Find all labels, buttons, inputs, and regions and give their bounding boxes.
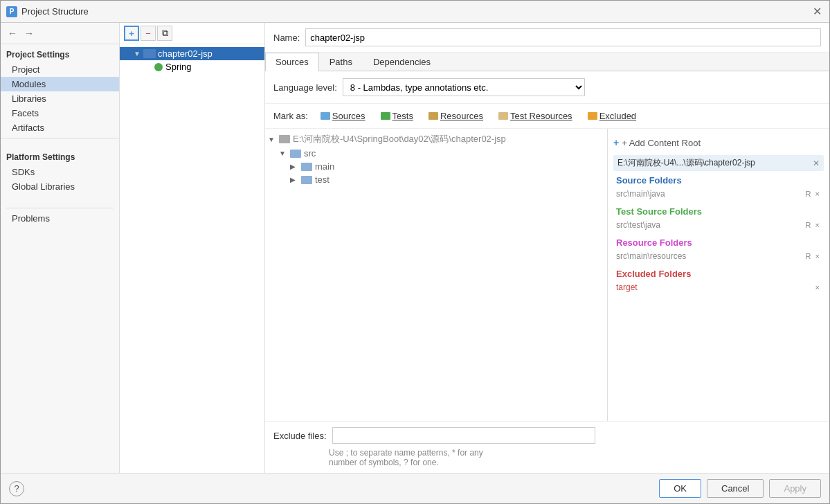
app-icon: P [6,6,17,17]
content-root-title: E:\河南院校-U4\...\源码\chapter02-jsp [617,157,755,169]
cancel-button[interactable]: Cancel [707,479,764,498]
mark-sources-button[interactable]: Sources [315,109,371,123]
test-label: test [315,174,330,185]
tests-mark-icon [381,112,390,120]
excluded-folder-path: target [616,282,638,292]
content-root-close[interactable]: ✕ [813,159,820,168]
add-module-button[interactable]: + [124,26,139,41]
source-folder-r-btn[interactable]: R [804,190,813,198]
test-folder-icon [301,176,312,184]
resources-mark-icon [428,112,438,120]
tab-dependencies[interactable]: Dependencies [363,53,441,71]
forward-button[interactable]: → [21,26,37,41]
name-row: Name: [265,23,829,53]
file-tree-test[interactable]: ▶ test [265,173,607,186]
exclude-files-section: Exclude files: Use ; to separate name pa… [265,421,829,473]
sidebar-item-modules[interactable]: Modules [1,77,119,91]
sidebar: ← → Project Settings Project Modules Lib… [1,23,120,473]
right-info-panel: + + Add Content Root E:\河南院校-U4\...\源码\c… [608,129,829,421]
language-level-label: Language level: [273,82,337,93]
module-node-chapter02[interactable]: ▼ chapter02-jsp [120,47,264,60]
tab-sources[interactable]: Sources [265,53,319,71]
name-label: Name: [273,33,300,43]
close-button[interactable]: ✕ [810,5,824,19]
remove-module-button[interactable]: − [141,26,156,41]
platform-settings-section: Platform Settings SDKs Global Libraries [1,147,119,194]
footer-right: OK Cancel Apply [659,479,821,498]
sidebar-item-global-libraries[interactable]: Global Libraries [1,179,119,194]
resource-folder-actions: R × [804,252,821,260]
module-node-spring[interactable]: Spring [120,60,264,73]
tree-toolbar: + − ⧉ [120,23,264,44]
root-path-label: E:\河南院校-U4\SpringBoot\day02\源码\chapter02… [293,133,506,145]
help-button[interactable]: ? [9,481,24,496]
sidebar-item-facets[interactable]: Facets [1,106,119,120]
sidebar-item-problems[interactable]: Problems [6,211,114,226]
test-folder-x-btn[interactable]: × [814,221,821,229]
footer-left: ? [9,481,24,496]
exclude-hint-line1: Use ; to separate name patterns, * for a… [273,448,821,458]
excluded-mark-icon [588,112,597,120]
mark-tests-button[interactable]: Tests [375,109,419,123]
src-expand-arrow: ▼ [279,150,290,157]
main-content: ← → Project Settings Project Modules Lib… [1,23,829,473]
resource-folder-entry: src\main\resources R × [616,251,821,262]
divider2 [6,208,114,208]
mark-test-resources-button[interactable]: Test Resources [493,109,578,123]
main-label: main [315,161,334,172]
title-bar: P Project Structure ✕ [1,1,829,23]
test-folders-title: Test Source Folders [616,206,821,217]
copy-module-button[interactable]: ⧉ [157,26,172,41]
root-folder-icon [279,135,290,143]
name-input[interactable] [305,28,821,46]
add-content-root-button[interactable]: + + Add Content Root [613,134,824,151]
test-folder-path: src\test\java [616,220,660,230]
resource-folder-r-btn[interactable]: R [804,252,813,260]
file-tree-main[interactable]: ▶ main [265,160,607,173]
content-root-header: E:\河南院校-U4\...\源码\chapter02-jsp ✕ [613,155,824,171]
problems-section: Problems [1,199,119,231]
spring-label: Spring [165,62,192,72]
expand-arrow: ▼ [134,50,143,57]
language-level-row: Language level: 8 - Lambdas, type annota… [265,71,829,104]
main-expand-arrow: ▶ [290,163,301,170]
project-structure-window: P Project Structure ✕ ← → Project Settin… [0,0,830,504]
sidebar-item-libraries[interactable]: Libraries [1,91,119,106]
spring-icon [154,63,163,71]
ok-button[interactable]: OK [659,479,701,498]
test-resources-mark-icon [498,112,508,120]
sources-content: Language level: 8 - Lambdas, type annota… [265,71,829,473]
excluded-folder-x-btn[interactable]: × [814,283,821,291]
tab-paths[interactable]: Paths [319,53,363,71]
exclude-hint-line2: number of symbols, ? for one. [273,458,821,467]
sidebar-item-artifacts[interactable]: Artifacts [1,120,119,135]
source-folder-actions: R × [804,190,821,198]
main-folder-icon [301,163,312,171]
exclude-files-input[interactable] [332,427,595,444]
src-label: src [304,148,316,159]
file-tree-src[interactable]: ▼ src [265,147,607,160]
tabs-row: Sources Paths Dependencies [265,53,829,71]
test-expand-arrow: ▶ [290,176,301,183]
source-folder-x-btn[interactable]: × [814,190,821,198]
source-folders-title: Source Folders [616,175,821,186]
test-folder-r-btn[interactable]: R [804,221,813,229]
root-expand-arrow: ▼ [268,136,279,143]
split-area: ▼ E:\河南院校-U4\SpringBoot\day02\源码\chapter… [265,129,829,421]
mark-excluded-button[interactable]: Excluded [582,109,642,123]
sidebar-item-project[interactable]: Project [1,62,119,77]
leaf-spacer [145,63,154,71]
sources-mark-icon [321,112,330,120]
language-level-select[interactable]: 8 - Lambdas, type annotations etc. [343,78,585,96]
test-folder-actions: R × [804,221,821,229]
resource-folder-x-btn[interactable]: × [814,252,821,260]
excluded-folders-title: Excluded Folders [616,269,821,279]
divider [1,138,119,138]
platform-settings-header: Platform Settings [1,147,119,165]
sidebar-nav: ← → [1,23,119,44]
sidebar-item-sdks[interactable]: SDKs [1,165,119,179]
back-button[interactable]: ← [5,26,20,41]
mark-resources-button[interactable]: Resources [423,109,489,123]
apply-button[interactable]: Apply [769,479,821,498]
file-tree-root[interactable]: ▼ E:\河南院校-U4\SpringBoot\day02\源码\chapter… [265,132,607,147]
